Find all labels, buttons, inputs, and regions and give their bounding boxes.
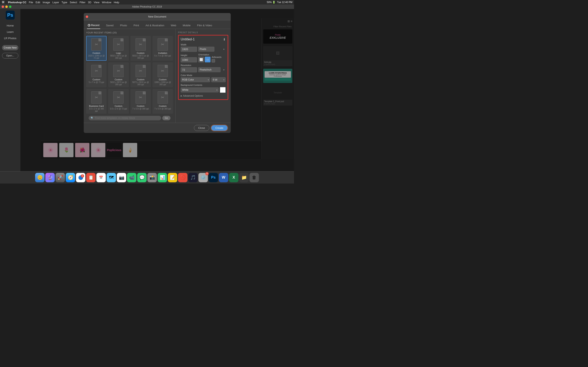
- bg-contents-row: White Black Transparent Background Color: [181, 87, 226, 93]
- dock-numbers[interactable]: 📊: [158, 173, 167, 182]
- tab-print[interactable]: Print: [133, 22, 140, 29]
- landscape-button[interactable]: ▭: [205, 57, 210, 62]
- search-go-button[interactable]: Go: [162, 116, 171, 120]
- item-card-1[interactable]: ✂ Logo 5832 x 5872 px @ 300 ppi: [108, 36, 129, 61]
- minimize-window-button[interactable]: [5, 6, 8, 8]
- color-mode-select[interactable]: RGB Color CMYK Color Grayscale: [181, 77, 210, 82]
- dock-camera[interactable]: 📸: [147, 173, 157, 182]
- width-label: Width: [181, 43, 226, 46]
- dock-excel[interactable]: X: [229, 173, 238, 182]
- tab-mobile[interactable]: Mobile: [182, 22, 191, 29]
- item-card-7[interactable]: ✂ Custom 1080 x 1080 px @ 300 ppi: [153, 62, 173, 87]
- maximize-window-button[interactable]: [9, 6, 11, 8]
- menu-view[interactable]: View: [94, 1, 99, 4]
- dock-maps[interactable]: 🗺: [107, 173, 116, 182]
- close-button[interactable]: Close: [194, 125, 209, 131]
- advanced-options-toggle[interactable]: Advanced Options: [181, 94, 226, 97]
- modal-close-button[interactable]: [86, 16, 88, 18]
- menu-edit[interactable]: Edit: [35, 1, 40, 4]
- width-input[interactable]: [181, 47, 197, 52]
- apple-menu[interactable]: ⌘: [2, 0, 5, 4]
- artboards-label: Artboards: [212, 56, 222, 58]
- menu-layer[interactable]: Layer: [52, 1, 59, 4]
- main-area: ⊞ ≡ Filter Recent Files PrettyEXKLUSIVE …: [20, 9, 294, 171]
- item-card-6[interactable]: ✂ Custom 5872 x 5832 px @ 300 ppi: [130, 62, 151, 87]
- dock-messages-notification[interactable]: 📋: [86, 173, 95, 182]
- dock-cancel[interactable]: 🚫: [178, 173, 187, 182]
- item-card-2[interactable]: ✂ Custom 5832 x 5872 px @ 300 ppi: [130, 36, 151, 61]
- item-card-10[interactable]: ✂ Custom 7 x 5 in @ 300 ppi: [130, 89, 151, 114]
- dock-launchpad[interactable]: 🚀: [56, 173, 65, 182]
- bg-color-swatch[interactable]: [220, 87, 226, 93]
- color-mode-select-wrap: RGB Color CMYK Color Grayscale: [181, 77, 210, 82]
- artboards-checkbox[interactable]: [212, 59, 215, 62]
- doc-title-row: Untitled-1 ⬇: [181, 38, 226, 42]
- resolution-input[interactable]: [181, 67, 197, 72]
- resolution-row: Pixels/Inch Pixels/Centimeter: [181, 67, 226, 72]
- tab-film-video[interactable]: Film & Video: [196, 22, 213, 29]
- tab-recent[interactable]: Recent: [87, 22, 100, 29]
- portrait-button[interactable]: ⬜: [198, 57, 204, 62]
- scissors-icon-4: ✂: [95, 69, 98, 73]
- tab-art-illustration[interactable]: Art & Illustration: [145, 22, 165, 29]
- new-document-modal: New Document Recent Saved Photo Print: [84, 13, 231, 133]
- save-preset-icon[interactable]: ⬇: [223, 38, 226, 42]
- menu-file[interactable]: File: [29, 1, 33, 4]
- dock-photos[interactable]: 📷: [117, 173, 126, 182]
- item-desc-10: 7 x 5 in @ 300 ppi: [132, 108, 149, 110]
- menu-help[interactable]: Help: [114, 1, 119, 4]
- close-window-button[interactable]: [2, 6, 4, 8]
- menu-window[interactable]: Window: [102, 1, 111, 4]
- preset-details-form: Untitled-1 ⬇ Width Pixels Inches: [178, 35, 228, 100]
- dock-files[interactable]: 📁: [239, 173, 249, 182]
- open-button[interactable]: Open...: [2, 53, 18, 58]
- dock-siri[interactable]: 🔮: [45, 173, 55, 182]
- menu-type[interactable]: Type: [61, 1, 67, 4]
- item-card-3[interactable]: ✂ Invitation 5 x 7 in @ 300 ppi: [153, 36, 173, 61]
- dock-facetime[interactable]: 📹: [127, 173, 136, 182]
- dock-safari[interactable]: 🧭: [66, 173, 75, 182]
- search-icon: 🔍: [91, 117, 94, 119]
- menu-filter[interactable]: Filter: [80, 1, 86, 4]
- item-card-0[interactable]: ✂ Custom 1920 x 1080 px @ 72 ppi: [86, 36, 107, 61]
- sidebar-item-home[interactable]: Home: [2, 23, 18, 28]
- tab-web[interactable]: Web: [170, 22, 177, 29]
- bit-depth-select[interactable]: 8 bit 16 bit 32 bit: [211, 77, 226, 82]
- scissors-icon-5: ✂: [117, 69, 120, 73]
- dock-settings[interactable]: ⚙️ 9: [199, 173, 208, 182]
- dock-photoshop[interactable]: Ps: [209, 173, 218, 182]
- bg-contents-select[interactable]: White Black Transparent Background Color: [181, 87, 219, 92]
- item-card-5[interactable]: ✂ Custom 5832 x 5872 px @ 300 ppi: [108, 62, 129, 87]
- menu-select[interactable]: Select: [70, 1, 77, 4]
- dock-finder[interactable]: 😊: [35, 173, 44, 182]
- item-desc-5: 5832 x 5872 px @ 300 ppi: [110, 81, 127, 86]
- item-card-9[interactable]: ✂ Custom 3.5 x 2 in @ 72 ppi: [108, 89, 129, 114]
- create-button[interactable]: Create: [211, 125, 227, 131]
- item-card-4[interactable]: ✂ Custom 5 x 7 in @ 72 ppi: [86, 62, 107, 87]
- height-input[interactable]: [181, 57, 197, 62]
- create-new-button[interactable]: Create New: [2, 45, 18, 50]
- window-title: Adobe Photoshop CC 2019: [132, 5, 162, 8]
- menu-image[interactable]: Image: [43, 1, 50, 4]
- menubar: ⌘ Photoshop CC File Edit Image Layer Typ…: [0, 0, 294, 4]
- dock-notes[interactable]: 📝: [168, 173, 177, 182]
- dock-chrome[interactable]: 🔵 3: [76, 173, 85, 182]
- width-unit-select[interactable]: Pixels Inches Centimeters: [198, 47, 214, 52]
- modal-header: New Document: [84, 13, 231, 20]
- item-card-11[interactable]: ✂ Custom 7 x 5 in @ 300 ppi: [153, 89, 173, 114]
- resolution-unit-select[interactable]: Pixels/Inch Pixels/Centimeter: [198, 67, 221, 72]
- dock-word[interactable]: W: [219, 173, 228, 182]
- dock-calendar[interactable]: 📅: [96, 173, 106, 182]
- dock-music[interactable]: 🎵: [188, 173, 198, 182]
- item-card-8[interactable]: ✂ Business Card 3.5 x 2 in @ 300 ppi: [86, 89, 107, 114]
- app-name[interactable]: Photoshop CC: [8, 1, 26, 4]
- sidebar-item-lr-photos[interactable]: LR Photos: [2, 35, 18, 41]
- sidebar-item-learn[interactable]: Learn: [2, 29, 18, 35]
- tab-photo[interactable]: Photo: [119, 22, 128, 29]
- menu-3d[interactable]: 3D: [88, 1, 91, 4]
- dock-trash[interactable]: 🗑: [250, 173, 259, 182]
- tab-saved[interactable]: Saved: [105, 22, 114, 29]
- search-input[interactable]: [95, 117, 159, 119]
- dock-messages[interactable]: 💬: [137, 173, 147, 182]
- item-name-9: Custom: [110, 105, 127, 107]
